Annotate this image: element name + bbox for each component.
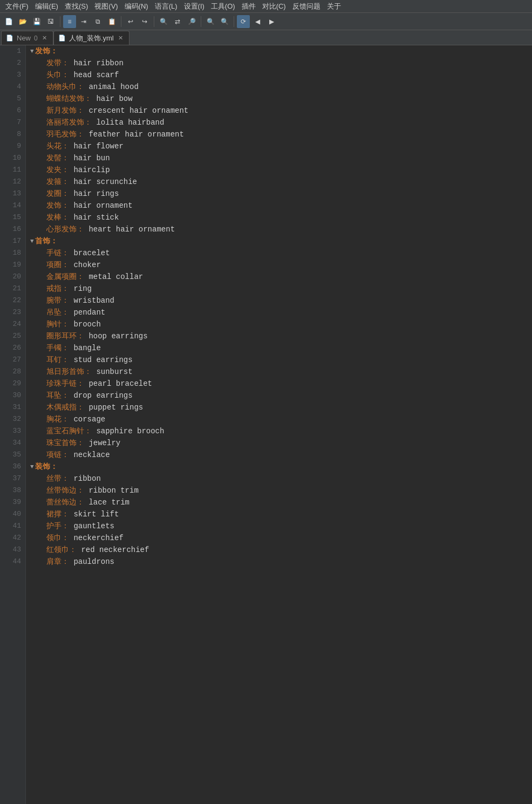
toolbar-open[interactable]: 📂 (16, 15, 29, 28)
collapse-icon-1[interactable]: ▼ (30, 45, 34, 57)
toolbar-find[interactable]: 🔍 (157, 15, 170, 28)
code-line-26: 手镯： bangle (30, 342, 532, 354)
key-35: 项链： (46, 449, 69, 461)
value-24: brooch (69, 318, 101, 330)
section-key-17: 首饰： (35, 235, 58, 247)
value-8: feather hair ornament (84, 128, 184, 140)
tab-yaml-icon: 📄 (58, 35, 66, 42)
menu-encode[interactable]: 编码(N) (121, 0, 152, 12)
line-number-41: 41 (0, 520, 25, 532)
line-number-34: 34 (0, 437, 25, 449)
menu-bar: 文件(F) 编辑(E) 查找(S) 视图(V) 编码(N) 语言(L) 设置(I… (0, 0, 532, 13)
indent-22 (30, 295, 46, 306)
code-line-30: 耳坠： drop earrings (30, 390, 532, 401)
code-line-25: 圈形耳环： hoop earrings (30, 330, 532, 342)
toolbar-prev[interactable]: ◀ (251, 15, 264, 28)
indent-40 (30, 508, 46, 520)
toolbar-redo[interactable]: ↪ (138, 15, 151, 28)
line-number-29: 29 (0, 378, 25, 390)
menu-find[interactable]: 查找(S) (62, 0, 91, 12)
menu-feedback[interactable]: 反馈问题 (289, 0, 324, 12)
line-number-35: 35 (0, 449, 25, 461)
line-number-17: 17 (0, 235, 25, 247)
key-41: 护手： (46, 520, 69, 532)
indent-10 (30, 152, 46, 164)
code-line-10: 发髻： hair bun (30, 152, 532, 164)
toolbar-new[interactable]: 📄 (2, 15, 15, 28)
menu-view[interactable]: 视图(V) (91, 0, 121, 12)
tab-new-close[interactable]: ✕ (41, 35, 49, 42)
value-29: pearl bracelet (84, 378, 152, 390)
value-30: drop earrings (69, 390, 133, 401)
tab-yaml-close[interactable]: ✕ (117, 35, 125, 42)
line-number-21: 21 (0, 283, 25, 295)
toolbar-zoom-in[interactable]: 🔍 (204, 15, 217, 28)
menu-about[interactable]: 关于 (324, 0, 344, 12)
code-line-41: 护手： gauntlets (30, 520, 532, 532)
menu-compare[interactable]: 对比(C) (259, 0, 289, 12)
toolbar-indent[interactable]: ⇥ (77, 15, 90, 28)
indent-26 (30, 342, 46, 354)
line-number-28: 28 (0, 366, 25, 378)
line-number-36: 36 (0, 461, 25, 473)
indent-4 (30, 81, 46, 93)
toolbar-searchall[interactable]: 🔎 (185, 15, 198, 28)
key-12: 发箍： (46, 176, 69, 188)
indent-30 (30, 390, 46, 401)
indent-18 (30, 247, 46, 259)
line-number-33: 33 (0, 425, 25, 437)
value-16: heart hair ornament (84, 223, 175, 235)
toolbar-wordwrap[interactable]: ≡ (63, 15, 76, 28)
code-line-3: 头巾： head scarf (30, 69, 532, 81)
key-27: 耳钉： (46, 354, 69, 366)
line-number-40: 40 (0, 508, 25, 520)
tab-new-badge: 0 (34, 35, 38, 42)
code-line-35: 项链： necklace (30, 449, 532, 461)
value-9: hair flower (69, 140, 124, 152)
code-line-12: 发箍： hair scrunchie (30, 176, 532, 188)
toolbar-next[interactable]: ▶ (265, 15, 278, 28)
toolbar-undo[interactable]: ↩ (124, 15, 137, 28)
separator-2 (121, 16, 121, 27)
menu-file[interactable]: 文件(F) (2, 0, 32, 12)
line-number-43: 43 (0, 544, 25, 556)
toolbar-copy[interactable]: ⧉ (91, 15, 104, 28)
indent-15 (30, 212, 46, 223)
line-number-11: 11 (0, 164, 25, 176)
code-line-19: 项圈： choker (30, 259, 532, 271)
tab-yaml-label: 人物_装饰.yml (69, 33, 114, 43)
menu-edit[interactable]: 编辑(E) (32, 0, 62, 12)
line-number-27: 27 (0, 354, 25, 366)
indent-23 (30, 306, 46, 318)
value-43: red neckerchief (77, 544, 149, 556)
code-content[interactable]: ▼发饰： 发带： hair ribbon 头巾： head scarf 动物头巾… (26, 45, 532, 804)
menu-plugins[interactable]: 插件 (238, 0, 259, 12)
code-line-24: 胸针： brooch (30, 318, 532, 330)
menu-settings[interactable]: 设置(I) (181, 0, 208, 12)
code-line-33: 蓝宝石胸针： sapphire brooch (30, 425, 532, 437)
value-32: corsage (69, 413, 105, 425)
line-number-31: 31 (0, 401, 25, 413)
value-28: sunburst (92, 366, 133, 378)
toolbar-zoom-out[interactable]: 🔍 (218, 15, 231, 28)
code-line-7: 洛丽塔发饰： lolita hairband (30, 117, 532, 128)
menu-tools[interactable]: 工具(O) (208, 0, 238, 12)
toolbar-sync[interactable]: ⟳ (237, 15, 250, 28)
tab-yaml[interactable]: 📄 人物_装饰.yml ✕ (53, 31, 129, 45)
menu-lang[interactable]: 语言(L) (152, 0, 181, 12)
collapse-icon-36[interactable]: ▼ (30, 461, 34, 473)
toolbar-paste[interactable]: 📋 (105, 15, 118, 28)
code-line-36: ▼装饰： (30, 461, 532, 473)
collapse-icon-17[interactable]: ▼ (30, 235, 34, 247)
toolbar-saveas[interactable]: 🖫 (44, 15, 57, 28)
line-number-37: 37 (0, 473, 25, 485)
value-31: puppet rings (84, 401, 143, 413)
value-23: pendant (69, 306, 105, 318)
key-28: 旭日形首饰： (46, 366, 92, 378)
toolbar-save[interactable]: 💾 (30, 15, 43, 28)
toolbar-replace[interactable]: ⇄ (171, 15, 184, 28)
line-number-4: 4 (0, 81, 25, 93)
line-number-1: 1 (0, 45, 25, 57)
code-line-5: 蝴蝶结发饰： hair bow (30, 93, 532, 105)
tab-new[interactable]: 📄 New 0 ✕ (1, 31, 53, 45)
